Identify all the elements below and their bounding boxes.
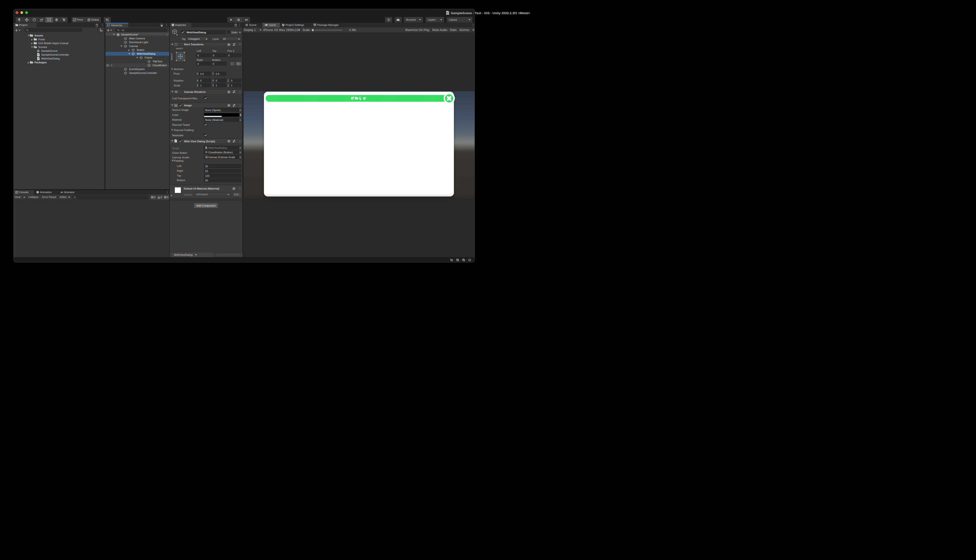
svg-text:#: #	[206, 147, 207, 149]
svg-text:?: ?	[228, 91, 230, 93]
svg-text:#: #	[37, 57, 39, 60]
svg-text:#: #	[37, 53, 39, 56]
svg-text:#: #	[175, 140, 177, 142]
svg-text:?: ?	[228, 43, 230, 46]
svg-text:?: ?	[233, 187, 235, 190]
svg-text:?: ?	[228, 104, 230, 107]
svg-text:?: ?	[228, 140, 230, 142]
